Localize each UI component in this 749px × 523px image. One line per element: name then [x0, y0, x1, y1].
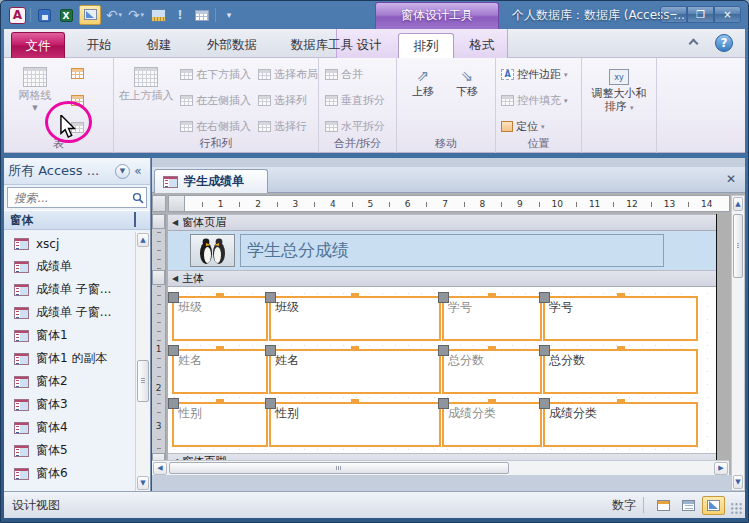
minimize-button[interactable]: ─ [660, 6, 687, 23]
form-selector-box[interactable] [168, 195, 185, 212]
horizontal-scrollbar[interactable]: ◀ ▶ [152, 460, 729, 475]
form-header-section-bar[interactable]: ◀ 窗体页眉 [168, 214, 716, 231]
nav-form-item[interactable]: xscj [4, 232, 135, 255]
control-margins-button[interactable]: A控件边距▾ [501, 64, 568, 85]
nav-form-item[interactable]: 窗体2 [4, 370, 135, 393]
undo-dropdown-icon[interactable]: ▾ [119, 11, 123, 19]
nav-form-item[interactable]: 成绩单 子窗... [4, 301, 135, 324]
textbox-control[interactable]: 班级 [269, 296, 441, 341]
search-box[interactable] [7, 187, 147, 208]
datasheet-button[interactable] [193, 6, 211, 24]
insert-right-button[interactable]: 在右侧插入 [180, 116, 251, 137]
sidebar-scroll-thumb[interactable] [137, 360, 149, 402]
section-selector-box[interactable] [152, 214, 165, 229]
label-control[interactable]: 班级 [172, 296, 268, 341]
textbox-control[interactable]: 性别 [269, 402, 441, 447]
save-button[interactable] [35, 6, 53, 24]
collapse-ribbon-button[interactable] [687, 38, 699, 48]
label-control[interactable]: 总分数 [442, 349, 542, 394]
nav-form-item[interactable]: 窗体1 的副本 [4, 347, 135, 370]
section-selector-box[interactable] [152, 270, 165, 285]
textbox-control[interactable]: 总分数 [543, 349, 698, 394]
form-view-button[interactable] [652, 496, 675, 515]
split-horizontal-button[interactable]: 水平拆分 [325, 116, 385, 137]
scroll-up-arrow-icon[interactable]: ▲ [137, 233, 149, 247]
select-column-button[interactable]: 选择列 [258, 90, 307, 111]
scroll-left-arrow-icon[interactable]: ◀ [153, 462, 167, 475]
insert-below-button[interactable]: 在下方插入 [180, 64, 251, 85]
redo-dropdown-icon[interactable]: ▾ [141, 11, 145, 19]
insert-above-button[interactable]: 在上方插入 [116, 62, 176, 138]
control-padding-button[interactable]: 控件填充▾ [501, 90, 568, 111]
form-header-zone[interactable]: 学生总分成绩 [168, 231, 716, 270]
layout-view-button[interactable] [677, 496, 700, 515]
move-up-button[interactable]: ⇗ 上移 [403, 62, 443, 138]
help-button[interactable]: ? [715, 34, 733, 52]
export-excel-button[interactable]: X [57, 6, 75, 24]
collapse-section-icon[interactable] [134, 213, 144, 227]
search-input[interactable] [12, 190, 132, 206]
horizontal-scroll-thumb[interactable] [169, 462, 509, 474]
insert-left-button[interactable]: 在左侧插入 [180, 90, 251, 111]
form-wizard-button[interactable] [149, 6, 167, 24]
redo-button[interactable]: ↷▾ [127, 6, 145, 24]
resize-grip[interactable] [730, 502, 743, 515]
tab-file[interactable]: 文件 [11, 32, 65, 58]
tab-external-data[interactable]: 外部数据 [192, 33, 272, 58]
logo-image-control[interactable] [190, 234, 235, 267]
textbox-control[interactable]: 成绩分类 [543, 402, 698, 447]
tab-create[interactable]: 创建 [132, 33, 186, 58]
select-row-button[interactable]: 选择行 [258, 116, 307, 137]
tab-design[interactable]: 设计 [342, 33, 396, 58]
textbox-control[interactable]: 姓名 [269, 349, 441, 394]
stacked-layout-button[interactable] [64, 61, 90, 86]
nav-form-item[interactable]: 成绩单 [4, 255, 135, 278]
restore-button[interactable]: ❐ [687, 6, 714, 23]
shutter-bar-close-button[interactable]: « [130, 162, 146, 180]
close-document-icon[interactable]: ✕ [722, 171, 740, 189]
nav-form-item[interactable]: 窗体3 [4, 393, 135, 416]
document-tab-active[interactable]: 学生成绩单 [154, 169, 268, 193]
nav-section-forms[interactable]: 窗体 [4, 210, 150, 230]
customize-qat-button[interactable]: ▾ [220, 6, 238, 24]
label-control[interactable]: 成绩分类 [442, 402, 542, 447]
design-view-button[interactable] [702, 496, 725, 515]
navigation-pane-header[interactable]: 所有 Access ... ▼ « [4, 158, 150, 185]
tab-home[interactable]: 开始 [72, 33, 126, 58]
anchoring-button[interactable]: 定位▾ [501, 116, 545, 137]
ruler-corner-box[interactable] [152, 195, 166, 212]
sidebar-scrollbar[interactable]: ▲ ▼ [135, 232, 150, 491]
merge-button[interactable]: 合并 [325, 64, 363, 85]
scroll-right-arrow-icon[interactable]: ▶ [714, 462, 728, 475]
nav-form-item[interactable]: 窗体1 [4, 324, 135, 347]
form-title-label-control[interactable]: 学生总分成绩 [240, 234, 664, 267]
nav-form-item[interactable]: 成绩单 子窗... [4, 278, 135, 301]
move-down-button[interactable]: ⇘ 下移 [447, 62, 487, 138]
nav-form-item[interactable]: 窗体5 [4, 439, 135, 462]
nav-menu-dropdown-button[interactable]: ▼ [115, 164, 130, 179]
tab-format[interactable]: 格式 [456, 33, 508, 58]
undo-button[interactable]: ↶▾ [105, 6, 123, 24]
detail-section-zone[interactable]: 班级 班级 学号 学号 姓名 姓名 总分数 总分数 [168, 287, 716, 453]
search-icon[interactable] [132, 192, 144, 204]
scroll-down-arrow-icon[interactable]: ▼ [137, 476, 149, 490]
scroll-down-arrow-icon[interactable]: ▼ [733, 475, 743, 489]
access-logo-icon[interactable]: A [9, 7, 26, 24]
select-layout-button[interactable]: 选择布局 [258, 64, 318, 85]
vertical-scrollbar[interactable]: ▲ ▼ [731, 195, 745, 491]
scroll-up-arrow-icon[interactable]: ▲ [733, 197, 743, 211]
vertical-scroll-thumb[interactable] [733, 214, 743, 278]
analyze-button[interactable]: ! [171, 6, 189, 24]
nav-form-item[interactable]: 窗体6 [4, 462, 135, 485]
nav-form-item[interactable]: 窗体4 [4, 416, 135, 439]
close-button[interactable]: × [714, 6, 741, 23]
sizing-ordering-button[interactable]: xy 调整大小和 排序 ▾ [586, 62, 652, 148]
detail-section-bar[interactable]: ◀ 主体 [168, 270, 716, 287]
label-control[interactable]: 学号 [442, 296, 542, 341]
label-control[interactable]: 姓名 [172, 349, 268, 394]
label-control[interactable]: 性别 [172, 402, 268, 447]
textbox-control[interactable]: 学号 [543, 296, 698, 341]
design-view-qat-button[interactable] [79, 5, 101, 25]
split-vertical-button[interactable]: 垂直拆分 [325, 90, 385, 111]
tab-arrange[interactable]: 排列 [398, 33, 454, 58]
